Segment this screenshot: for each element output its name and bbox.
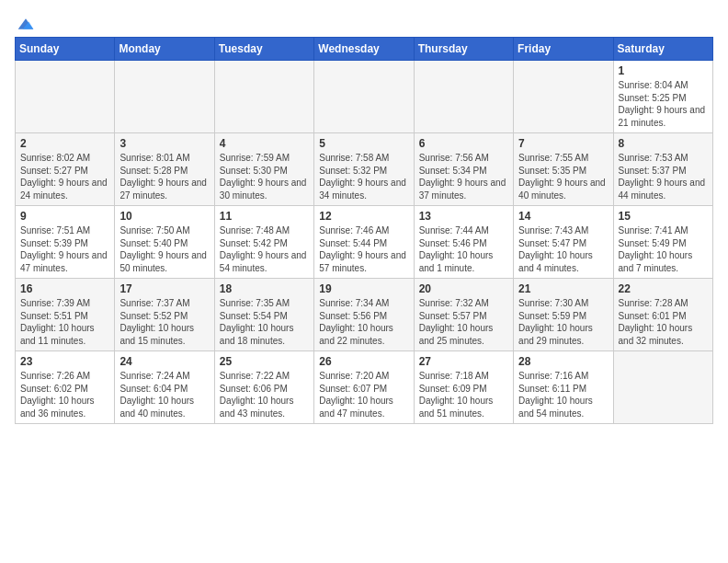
- day-cell: 14Sunrise: 7:43 AM Sunset: 5:47 PM Dayli…: [514, 206, 613, 279]
- weekday-header-friday: Friday: [514, 38, 613, 61]
- day-info: Sunrise: 7:53 AM Sunset: 5:37 PM Dayligh…: [619, 152, 708, 201]
- day-cell: 24Sunrise: 7:24 AM Sunset: 6:04 PM Dayli…: [115, 351, 214, 424]
- day-number: 20: [419, 282, 508, 295]
- day-cell: [115, 61, 214, 133]
- day-number: 18: [220, 282, 309, 295]
- day-info: Sunrise: 7:18 AM Sunset: 6:09 PM Dayligh…: [419, 370, 508, 419]
- week-row-5: 23Sunrise: 7:26 AM Sunset: 6:02 PM Dayli…: [16, 351, 713, 424]
- day-info: Sunrise: 7:51 AM Sunset: 5:39 PM Dayligh…: [20, 224, 109, 274]
- day-info: Sunrise: 7:24 AM Sunset: 6:04 PM Dayligh…: [119, 370, 209, 419]
- week-row-2: 2Sunrise: 8:02 AM Sunset: 5:27 PM Daylig…: [16, 133, 713, 206]
- day-info: Sunrise: 7:35 AM Sunset: 5:54 PM Dayligh…: [220, 297, 309, 347]
- day-number: 5: [319, 137, 408, 150]
- logo-icon: [17, 15, 35, 33]
- week-row-4: 16Sunrise: 7:39 AM Sunset: 5:51 PM Dayli…: [16, 279, 713, 351]
- day-number: 4: [220, 137, 309, 150]
- weekday-header-row: SundayMondayTuesdayWednesdayThursdayFrid…: [16, 38, 713, 61]
- day-cell: 3Sunrise: 8:01 AM Sunset: 5:28 PM Daylig…: [115, 133, 214, 206]
- day-cell: 7Sunrise: 7:55 AM Sunset: 5:35 PM Daylig…: [514, 133, 613, 206]
- day-number: 3: [119, 137, 209, 150]
- day-info: Sunrise: 8:04 AM Sunset: 5:25 PM Dayligh…: [619, 79, 708, 129]
- day-number: 6: [419, 137, 508, 150]
- day-info: Sunrise: 7:28 AM Sunset: 6:01 PM Dayligh…: [619, 297, 708, 347]
- day-cell: 17Sunrise: 7:37 AM Sunset: 5:52 PM Dayli…: [115, 279, 214, 351]
- day-cell: 2Sunrise: 8:02 AM Sunset: 5:27 PM Daylig…: [16, 133, 115, 206]
- day-cell: 8Sunrise: 7:53 AM Sunset: 5:37 PM Daylig…: [613, 133, 712, 206]
- weekday-header-sunday: Sunday: [16, 38, 115, 61]
- day-cell: 4Sunrise: 7:59 AM Sunset: 5:30 PM Daylig…: [214, 133, 313, 206]
- day-cell: [314, 61, 414, 133]
- page-header: [15, 15, 713, 29]
- weekday-header-monday: Monday: [115, 38, 214, 61]
- day-number: 14: [518, 210, 608, 223]
- day-cell: [514, 61, 613, 133]
- day-cell: 28Sunrise: 7:16 AM Sunset: 6:11 PM Dayli…: [514, 351, 613, 424]
- day-cell: 18Sunrise: 7:35 AM Sunset: 5:54 PM Dayli…: [214, 279, 313, 351]
- day-info: Sunrise: 8:02 AM Sunset: 5:27 PM Dayligh…: [20, 152, 109, 201]
- day-cell: 1Sunrise: 8:04 AM Sunset: 5:25 PM Daylig…: [613, 61, 712, 133]
- day-info: Sunrise: 7:46 AM Sunset: 5:44 PM Dayligh…: [319, 224, 408, 274]
- day-number: 2: [20, 137, 109, 150]
- day-number: 21: [518, 282, 608, 295]
- day-cell: 11Sunrise: 7:48 AM Sunset: 5:42 PM Dayli…: [214, 206, 313, 279]
- day-number: 26: [319, 355, 408, 368]
- weekday-header-saturday: Saturday: [613, 38, 712, 61]
- week-row-1: 1Sunrise: 8:04 AM Sunset: 5:25 PM Daylig…: [16, 61, 713, 133]
- day-number: 12: [319, 210, 408, 223]
- day-info: Sunrise: 7:50 AM Sunset: 5:40 PM Dayligh…: [119, 224, 209, 274]
- day-info: Sunrise: 7:26 AM Sunset: 6:02 PM Dayligh…: [20, 370, 109, 419]
- day-cell: 12Sunrise: 7:46 AM Sunset: 5:44 PM Dayli…: [314, 206, 414, 279]
- day-info: Sunrise: 7:22 AM Sunset: 6:06 PM Dayligh…: [220, 370, 309, 419]
- day-cell: [214, 61, 313, 133]
- day-cell: 16Sunrise: 7:39 AM Sunset: 5:51 PM Dayli…: [16, 279, 115, 351]
- day-number: 16: [20, 282, 109, 295]
- day-info: Sunrise: 7:56 AM Sunset: 5:34 PM Dayligh…: [419, 152, 508, 201]
- day-cell: 22Sunrise: 7:28 AM Sunset: 6:01 PM Dayli…: [613, 279, 712, 351]
- day-number: 24: [119, 355, 209, 368]
- day-info: Sunrise: 7:48 AM Sunset: 5:42 PM Dayligh…: [220, 224, 309, 274]
- day-cell: 9Sunrise: 7:51 AM Sunset: 5:39 PM Daylig…: [16, 206, 115, 279]
- logo: [15, 15, 35, 29]
- day-number: 19: [319, 282, 408, 295]
- day-cell: [16, 61, 115, 133]
- day-number: 15: [619, 210, 708, 223]
- day-info: Sunrise: 7:43 AM Sunset: 5:47 PM Dayligh…: [518, 224, 608, 274]
- day-cell: 27Sunrise: 7:18 AM Sunset: 6:09 PM Dayli…: [414, 351, 513, 424]
- day-info: Sunrise: 7:34 AM Sunset: 5:56 PM Dayligh…: [319, 297, 408, 347]
- day-cell: [414, 61, 513, 133]
- day-number: 28: [518, 355, 608, 368]
- day-info: Sunrise: 7:20 AM Sunset: 6:07 PM Dayligh…: [319, 370, 408, 419]
- day-number: 22: [619, 282, 708, 295]
- weekday-header-tuesday: Tuesday: [214, 38, 313, 61]
- day-info: Sunrise: 7:32 AM Sunset: 5:57 PM Dayligh…: [419, 297, 508, 347]
- day-info: Sunrise: 7:30 AM Sunset: 5:59 PM Dayligh…: [518, 297, 608, 347]
- day-info: Sunrise: 7:37 AM Sunset: 5:52 PM Dayligh…: [119, 297, 209, 347]
- day-info: Sunrise: 7:44 AM Sunset: 5:46 PM Dayligh…: [419, 224, 508, 274]
- day-info: Sunrise: 7:39 AM Sunset: 5:51 PM Dayligh…: [20, 297, 109, 347]
- day-number: 11: [220, 210, 309, 223]
- day-info: Sunrise: 8:01 AM Sunset: 5:28 PM Dayligh…: [119, 152, 209, 201]
- day-number: 13: [419, 210, 508, 223]
- day-info: Sunrise: 7:41 AM Sunset: 5:49 PM Dayligh…: [619, 224, 708, 274]
- day-cell: 25Sunrise: 7:22 AM Sunset: 6:06 PM Dayli…: [214, 351, 313, 424]
- day-info: Sunrise: 7:59 AM Sunset: 5:30 PM Dayligh…: [220, 152, 309, 201]
- day-cell: 6Sunrise: 7:56 AM Sunset: 5:34 PM Daylig…: [414, 133, 513, 206]
- day-cell: 23Sunrise: 7:26 AM Sunset: 6:02 PM Dayli…: [16, 351, 115, 424]
- weekday-header-wednesday: Wednesday: [314, 38, 414, 61]
- day-info: Sunrise: 7:16 AM Sunset: 6:11 PM Dayligh…: [518, 370, 608, 419]
- day-number: 25: [220, 355, 309, 368]
- day-number: 23: [20, 355, 109, 368]
- calendar: SundayMondayTuesdayWednesdayThursdayFrid…: [15, 37, 713, 424]
- day-cell: 13Sunrise: 7:44 AM Sunset: 5:46 PM Dayli…: [414, 206, 513, 279]
- day-cell: 20Sunrise: 7:32 AM Sunset: 5:57 PM Dayli…: [414, 279, 513, 351]
- day-number: 10: [119, 210, 209, 223]
- day-cell: 26Sunrise: 7:20 AM Sunset: 6:07 PM Dayli…: [314, 351, 414, 424]
- day-info: Sunrise: 7:58 AM Sunset: 5:32 PM Dayligh…: [319, 152, 408, 201]
- day-cell: 10Sunrise: 7:50 AM Sunset: 5:40 PM Dayli…: [115, 206, 214, 279]
- day-number: 27: [419, 355, 508, 368]
- day-number: 7: [518, 137, 608, 150]
- day-number: 17: [119, 282, 209, 295]
- day-cell: 19Sunrise: 7:34 AM Sunset: 5:56 PM Dayli…: [314, 279, 414, 351]
- day-cell: 21Sunrise: 7:30 AM Sunset: 5:59 PM Dayli…: [514, 279, 613, 351]
- day-number: 8: [619, 137, 708, 150]
